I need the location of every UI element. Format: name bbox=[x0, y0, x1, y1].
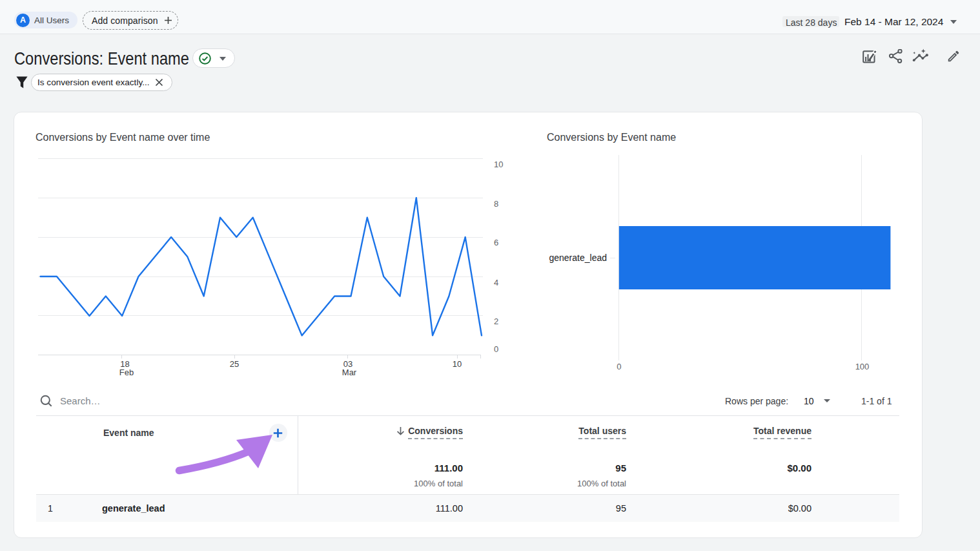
svg-text:generate_lead: generate_lead bbox=[549, 253, 607, 263]
svg-text:6: 6 bbox=[494, 238, 498, 247]
svg-text:0: 0 bbox=[494, 344, 498, 354]
svg-text:25: 25 bbox=[230, 359, 239, 369]
svg-text:10: 10 bbox=[494, 160, 503, 169]
svg-text:4: 4 bbox=[494, 278, 498, 287]
svg-text:10: 10 bbox=[453, 359, 462, 369]
svg-text:Feb: Feb bbox=[119, 368, 134, 377]
svg-text:0: 0 bbox=[617, 362, 621, 371]
svg-text:100: 100 bbox=[855, 362, 870, 371]
svg-text:8: 8 bbox=[494, 199, 498, 209]
svg-text:Mar: Mar bbox=[342, 368, 357, 377]
svg-text:2: 2 bbox=[494, 317, 498, 326]
